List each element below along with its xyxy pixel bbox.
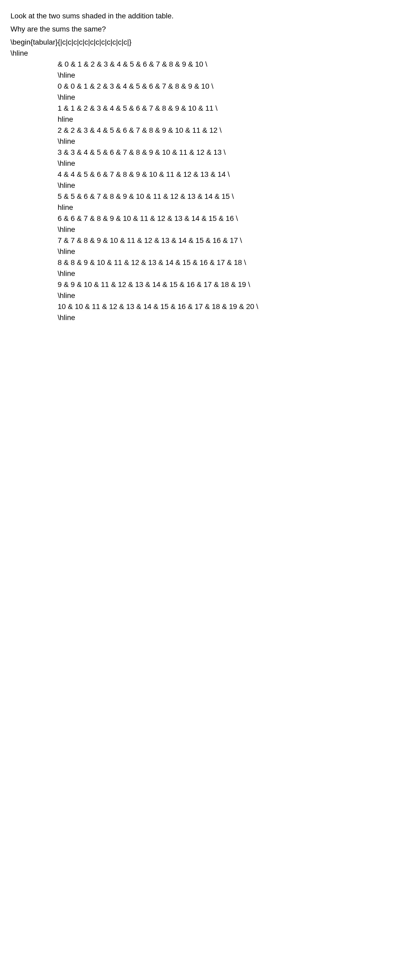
- table-row: 3 & 3 & 4 & 5 & 6 & 7 & 8 & 9 & 10 & 11 …: [11, 147, 382, 158]
- intro-line-2: Why are the sums the same?: [11, 24, 382, 35]
- tabular-spec: \begin{tabular}{|c|c|c|c|c|c|c|c|c|c|c|c…: [11, 37, 382, 48]
- table-row: hline: [11, 114, 382, 125]
- table-row: \hline: [11, 312, 382, 323]
- table-row: 4 & 4 & 5 & 6 & 7 & 8 & 9 & 10 & 11 & 12…: [11, 169, 382, 180]
- table-row: \hline: [11, 158, 382, 169]
- intro-line-1: Look at the two sums shaded in the addit…: [11, 11, 382, 22]
- table-row: \hline: [11, 246, 382, 257]
- table-row: 1 & 1 & 2 & 3 & 4 & 5 & 6 & 7 & 8 & 9 & …: [11, 103, 382, 114]
- table-row: 9 & 9 & 10 & 11 & 12 & 13 & 14 & 15 & 16…: [11, 279, 382, 290]
- table-row: \hline: [11, 136, 382, 147]
- table-row: \hline: [11, 290, 382, 301]
- table-row: 10 & 10 & 11 & 12 & 13 & 14 & 15 & 16 & …: [11, 301, 382, 312]
- table-row: & 0 & 1 & 2 & 3 & 4 & 5 & 6 & 7 & 8 & 9 …: [11, 59, 382, 70]
- table-row: 6 & 6 & 7 & 8 & 9 & 10 & 11 & 12 & 13 & …: [11, 213, 382, 224]
- table-row: 8 & 8 & 9 & 10 & 11 & 12 & 13 & 14 & 15 …: [11, 257, 382, 268]
- table-row: 5 & 5 & 6 & 7 & 8 & 9 & 10 & 11 & 12 & 1…: [11, 191, 382, 202]
- table-row: 7 & 7 & 8 & 9 & 10 & 11 & 12 & 13 & 14 &…: [11, 235, 382, 246]
- table-row: \hline: [11, 224, 382, 235]
- table-row: \hline: [11, 180, 382, 191]
- table-row: 0 & 0 & 1 & 2 & 3 & 4 & 5 & 6 & 7 & 8 & …: [11, 81, 382, 92]
- table-row: hline: [11, 202, 382, 213]
- table-row: \hline: [11, 92, 382, 103]
- table-row: 2 & 2 & 3 & 4 & 5 & 6 & 7 & 8 & 9 & 10 &…: [11, 125, 382, 136]
- table-row: \hline: [11, 70, 382, 81]
- hline-lead: \hline: [11, 48, 382, 59]
- table-row: \hline: [11, 268, 382, 279]
- document-content: Look at the two sums shaded in the addit…: [11, 11, 382, 323]
